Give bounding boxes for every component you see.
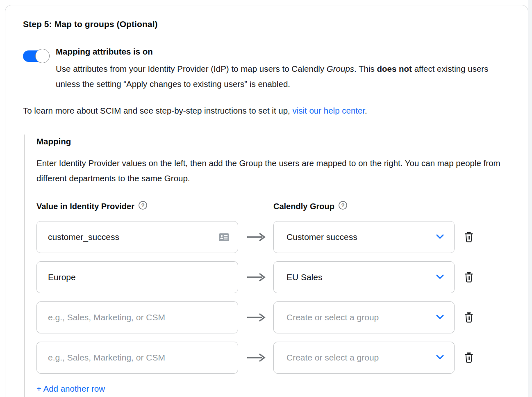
- svg-text:?: ?: [141, 202, 144, 208]
- delete-row-button[interactable]: [463, 311, 475, 324]
- step-title: Step 5: Map to groups (Optional): [23, 19, 509, 29]
- group-select-placeholder: Create or select a group: [286, 313, 379, 322]
- column-header-group: Calendly Group ?: [273, 201, 455, 212]
- mapping-row-2-idp: [36, 261, 238, 293]
- help-icon[interactable]: ?: [138, 201, 148, 212]
- chevron-down-icon: [436, 274, 444, 281]
- mapping-arrow: [238, 272, 273, 282]
- right-arrow-icon: [246, 353, 266, 363]
- column-header-idp: Value in Identity Provider ?: [36, 201, 238, 212]
- right-arrow-icon: [246, 272, 266, 282]
- toggle-knob: [35, 49, 50, 63]
- mapping-row-4-actions: [455, 351, 491, 364]
- group-select[interactable]: Create or select a group: [273, 301, 455, 333]
- toggle-label: Mapping attributes is on: [56, 47, 509, 57]
- idp-value-input[interactable]: [36, 301, 238, 333]
- mapping-row-2-actions: [455, 271, 491, 284]
- mapping-attributes-toggle[interactable]: [23, 50, 48, 62]
- delete-row-button[interactable]: [463, 351, 475, 364]
- group-select-placeholder: Create or select a group: [286, 353, 379, 363]
- group-select[interactable]: Create or select a group: [273, 342, 455, 374]
- chevron-down-icon: [436, 233, 444, 241]
- mapping-section: Mapping Enter Identity Provider values o…: [24, 135, 509, 397]
- learn-more-prefix: To learn more about SCIM and see step-by…: [23, 106, 292, 115]
- page-background-strip: [528, 0, 532, 397]
- right-arrow-icon: [246, 232, 266, 242]
- svg-text:?: ?: [341, 202, 344, 208]
- learn-more-text: To learn more about SCIM and see step-by…: [23, 106, 509, 116]
- idp-value-input[interactable]: [36, 261, 238, 293]
- delete-row-button[interactable]: [463, 230, 475, 244]
- chevron-down-icon: [436, 354, 444, 361]
- group-select[interactable]: Customer success: [273, 221, 455, 253]
- contact-card-icon: [219, 233, 229, 243]
- toggle-description: Use attributes from your Identity Provid…: [56, 61, 509, 91]
- help-icon[interactable]: ?: [338, 201, 348, 212]
- group-select-value: Customer success: [286, 232, 357, 242]
- mapping-row-3-actions: [455, 311, 491, 324]
- group-select-value: EU Sales: [286, 272, 323, 282]
- trash-icon: [464, 272, 474, 283]
- idp-value-input[interactable]: [36, 221, 238, 253]
- help-center-link[interactable]: visit our help center: [292, 106, 365, 115]
- right-arrow-icon: [246, 313, 266, 322]
- mapping-arrow: [238, 353, 273, 363]
- mapping-arrow: [238, 313, 273, 322]
- column-header-group-label: Calendly Group: [273, 202, 334, 211]
- mapping-arrow: [238, 232, 273, 242]
- trash-icon: [464, 352, 474, 363]
- mapping-grid: Value in Identity Provider ? Calendly Gr…: [36, 201, 509, 374]
- add-another-row-link[interactable]: + Add another row: [36, 384, 105, 394]
- mapping-attributes-row: Mapping attributes is on Use attributes …: [23, 46, 509, 91]
- column-header-idp-label: Value in Identity Provider: [36, 202, 134, 211]
- toggle-text-block: Mapping attributes is on Use attributes …: [56, 46, 509, 91]
- chevron-down-icon: [436, 314, 444, 321]
- idp-value-input[interactable]: [36, 342, 238, 374]
- mapping-row-3-idp: [36, 301, 238, 333]
- scim-step5-card: Step 5: Map to groups (Optional) Mapping…: [5, 5, 528, 397]
- mapping-row-1-idp: [36, 221, 238, 253]
- delete-row-button[interactable]: [463, 271, 475, 284]
- mapping-row-1-actions: [455, 230, 491, 244]
- group-select[interactable]: EU Sales: [273, 261, 455, 293]
- mapping-row-4-idp: [36, 342, 238, 374]
- mapping-description: Enter Identity Provider values on the le…: [36, 155, 506, 186]
- mapping-title: Mapping: [36, 137, 509, 146]
- learn-more-suffix: .: [365, 106, 367, 115]
- trash-icon: [464, 312, 474, 323]
- trash-icon: [464, 231, 474, 243]
